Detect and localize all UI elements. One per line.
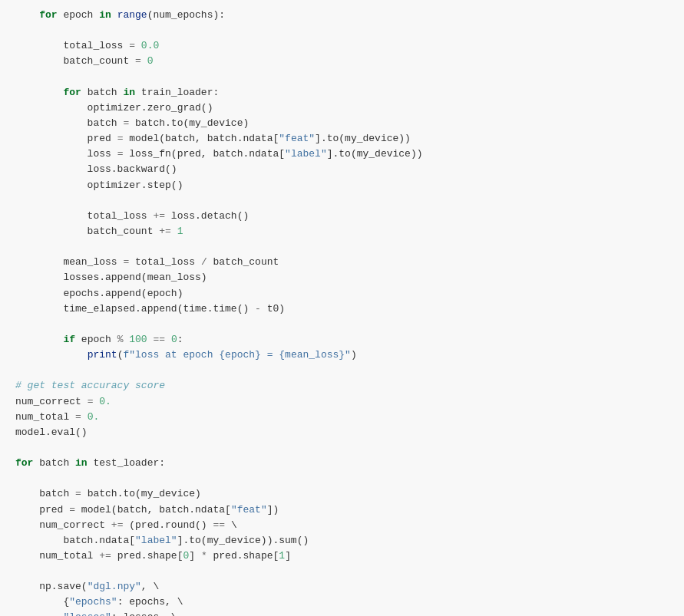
code-block: for epoch in range(num_epochs): total_lo…	[15, 8, 669, 616]
code-container: for epoch in range(num_epochs): total_lo…	[0, 0, 684, 616]
